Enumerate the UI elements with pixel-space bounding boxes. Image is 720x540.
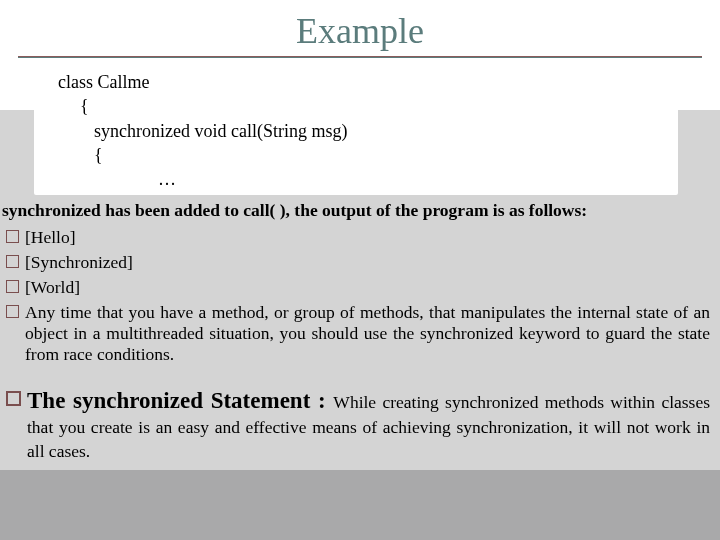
list-item: [Hello]: [2, 227, 710, 248]
list-item: Any time that you have a method, or grou…: [2, 302, 710, 365]
list-item: [Synchronized]: [2, 252, 710, 273]
list-item-text: [World]: [25, 277, 710, 298]
intro-text: synchronized has been added to call( ), …: [2, 200, 710, 221]
list-item-text: [Synchronized]: [25, 252, 710, 273]
code-line: …: [58, 167, 654, 191]
statement-heading: The synchronized Statement :: [27, 388, 333, 413]
code-line: class Callme: [58, 70, 654, 94]
square-bullet-icon: [6, 280, 19, 293]
statement-section: The synchronized Statement : While creat…: [2, 385, 710, 463]
code-example-box: class Callme { synchronized void call(St…: [34, 64, 678, 195]
list-item-text: [Hello]: [25, 227, 710, 248]
list-item: [World]: [2, 277, 710, 298]
square-bullet-icon: [6, 305, 19, 318]
slide-title: Example: [0, 10, 720, 52]
code-line: synchronized void call(String msg): [58, 119, 654, 143]
square-bullet-icon: [6, 255, 19, 268]
statement-text: The synchronized Statement : While creat…: [27, 385, 710, 463]
list-item-text: Any time that you have a method, or grou…: [25, 302, 710, 365]
title-divider: [18, 56, 702, 58]
square-bullet-icon: [6, 391, 21, 406]
square-bullet-icon: [6, 230, 19, 243]
slide-body: synchronized has been added to call( ), …: [0, 200, 716, 463]
code-line: {: [58, 143, 654, 167]
background-dark-band: [0, 470, 720, 540]
code-line: {: [58, 94, 654, 118]
